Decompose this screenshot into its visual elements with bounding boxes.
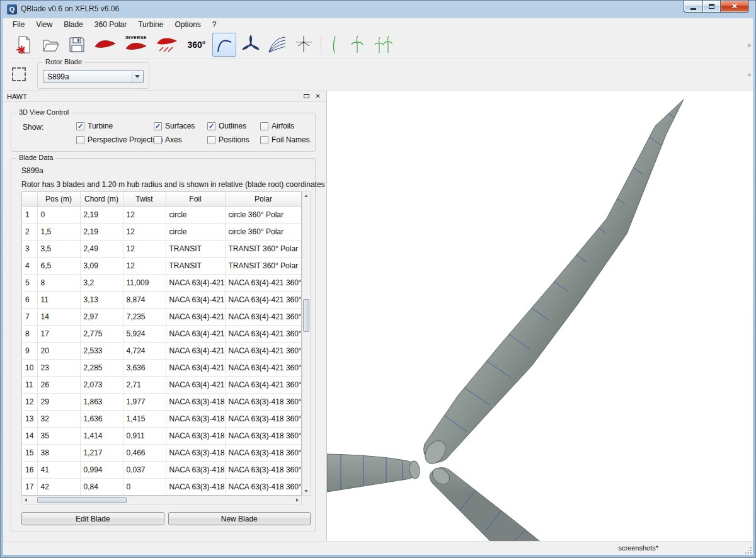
cell-polar[interactable]: NACA 63(3)-418 360° Po [225,478,302,495]
table-row[interactable]: 15381,2170,466NACA 63(3)-418NACA 63(3)-4… [22,444,302,461]
checkbox-surfaces[interactable]: ✓Surfaces [154,122,195,130]
cell-pos[interactable]: 11 [37,291,80,308]
title-bar[interactable]: Q QBlade v0.6 on XFLR5 v6.06 ✕ [1,1,755,18]
direct-foil-design-button[interactable] [91,33,119,57]
cell-pos[interactable]: 0 [37,206,80,223]
cell-pos[interactable]: 14 [37,308,80,325]
cell-polar[interactable]: NACA 63(4)-421 360° Po [225,274,302,291]
new-project-button[interactable] [12,33,36,57]
cell-foil[interactable]: NACA 63(4)-421 [166,342,225,359]
cell-polar[interactable]: NACA 63(3)-418 360° Po [225,427,302,444]
table-row[interactable]: 8172,7755,924NACA 63(4)-421NACA 63(4)-42… [22,325,302,342]
checkbox-perspective-projection[interactable]: Perspective Projection [76,135,163,144]
table-row[interactable]: 7142,977,235NACA 63(4)-421NACA 63(4)-421… [22,308,302,325]
mixed-inverse-design-button[interactable] [153,33,181,57]
cell-chord[interactable]: 0,84 [80,478,123,495]
cell-polar[interactable]: NACA 63(4)-421 360° Po [225,342,302,359]
cell-pos[interactable]: 23 [37,359,80,376]
multi-turbine-simulation-button[interactable] [372,33,396,57]
menu-item-view[interactable]: View [30,19,58,30]
cell-foil[interactable]: NACA 63(4)-421 [166,308,225,325]
save-button[interactable] [65,33,89,57]
cell-foil[interactable]: TRANSIT [166,257,225,274]
table-row[interactable]: 17420,840NACA 63(3)-418NACA 63(3)-418 36… [22,478,302,495]
dock-float-button[interactable] [302,92,311,100]
table-row[interactable]: 583,211,009NACA 63(4)-421NACA 63(4)-421 … [22,274,302,291]
edit-blade-button[interactable]: Edit Blade [21,512,164,525]
menu-item-turbine[interactable]: Turbine [132,19,169,30]
3d-viewport[interactable] [327,91,753,541]
cell-twist[interactable]: 11,009 [123,274,166,291]
menu-item-blade[interactable]: Blade [58,19,89,30]
checkbox-box[interactable] [154,136,162,144]
checkbox-box[interactable] [260,136,268,144]
checkbox-box[interactable] [76,136,84,144]
cell-twist[interactable]: 1,977 [123,393,166,410]
table-row[interactable]: 13321,6361,415NACA 63(3)-418NACA 63(3)-4… [22,410,302,427]
table-row[interactable]: 14351,4140,911NACA 63(3)-418NACA 63(3)-4… [22,427,302,444]
cell-pos[interactable]: 8 [37,274,80,291]
toolbar-overflow-button[interactable]: » [747,41,751,48]
blade-toolbar-overflow-button[interactable]: » [747,71,751,78]
scroll-left-button[interactable] [22,496,30,504]
cell-chord[interactable]: 2,775 [80,325,123,342]
new-blade-button[interactable]: New Blade [168,512,311,525]
maximize-button[interactable] [702,1,720,13]
cell-polar[interactable]: NACA 63(3)-418 360° Po [225,461,302,478]
checkbox-box[interactable]: ✓ [76,122,84,130]
menu-item-help[interactable]: ? [207,19,222,30]
table-row[interactable]: 9202,5334,724NACA 63(4)-421NACA 63(4)-42… [22,342,302,359]
rotor-view-button[interactable] [239,33,263,57]
cell-pos[interactable]: 3,5 [37,240,80,257]
cell-polar[interactable]: TRANSIT 360° Polar [225,257,302,274]
cell-twist[interactable]: 3,636 [123,359,166,376]
cell-foil[interactable]: NACA 63(4)-421 [166,376,225,393]
menu-item-file[interactable]: File [7,19,30,30]
cell-polar[interactable]: circle 360° Polar [225,206,302,223]
table-row[interactable]: 12291,8631,977NACA 63(3)-418NACA 63(3)-4… [22,393,302,410]
checkbox-outlines[interactable]: ✓Outlines [207,122,246,130]
checkbox-box[interactable] [207,136,215,144]
cell-twist[interactable]: 0,037 [123,461,166,478]
polar-360-button[interactable]: 360° [183,33,210,57]
cell-foil[interactable]: NACA 63(3)-418 [166,444,225,461]
cell-chord[interactable]: 2,97 [80,308,123,325]
cell-foil[interactable]: NACA 63(3)-418 [166,393,225,410]
cell-foil[interactable]: NACA 63(4)-421 [166,274,225,291]
cell-chord[interactable]: 2,19 [80,223,123,240]
vertical-scrollbar[interactable] [302,191,311,496]
cell-chord[interactable]: 3,13 [80,291,123,308]
cell-polar[interactable]: NACA 63(3)-418 360° Po [225,444,302,461]
cell-foil[interactable]: circle [166,223,225,240]
vertical-scroll-thumb[interactable] [303,299,309,332]
rotor-simulation-button[interactable] [326,33,343,57]
checkbox-airfoils[interactable]: Airfoils [260,122,294,130]
cell-twist[interactable]: 0 [123,478,166,495]
table-row[interactable]: 102,1912circlecircle 360° Polar [22,206,302,223]
cell-chord[interactable]: 3,09 [80,257,123,274]
cell-twist[interactable]: 12 [123,223,166,240]
cell-chord[interactable]: 1,217 [80,444,123,461]
cell-pos[interactable]: 29 [37,393,80,410]
cell-polar[interactable]: NACA 63(3)-418 360° Po [225,410,302,427]
dock-close-button[interactable]: ✕ [313,92,323,100]
cell-chord[interactable]: 3,2 [80,274,123,291]
menu-item-polar-360[interactable]: 360 Polar [89,19,132,30]
cell-pos[interactable]: 42 [37,478,80,495]
cell-chord[interactable]: 2,49 [80,240,123,257]
menu-item-options[interactable]: Options [169,19,206,30]
cell-foil[interactable]: NACA 63(4)-421 [166,291,225,308]
cell-foil[interactable]: circle [166,206,225,223]
table-row[interactable]: 33,52,4912TRANSITTRANSIT 360° Polar [22,240,302,257]
cell-chord[interactable]: 1,414 [80,427,123,444]
cell-polar[interactable]: circle 360° Polar [225,223,302,240]
cell-foil[interactable]: NACA 63(3)-418 [166,461,225,478]
cell-foil[interactable]: NACA 63(3)-418 [166,427,225,444]
checkbox-box[interactable]: ✓ [207,122,215,130]
inverse-foil-design-button[interactable]: INVERSE [122,33,151,57]
cell-twist[interactable]: 1,415 [123,410,166,427]
dock-title-bar[interactable]: HAWT ✕ [3,91,326,102]
table-row[interactable]: 46,53,0912TRANSITTRANSIT 360° Polar [22,257,302,274]
horizontal-scroll-thumb[interactable] [37,497,127,503]
cell-polar[interactable]: TRANSIT 360° Polar [225,240,302,257]
